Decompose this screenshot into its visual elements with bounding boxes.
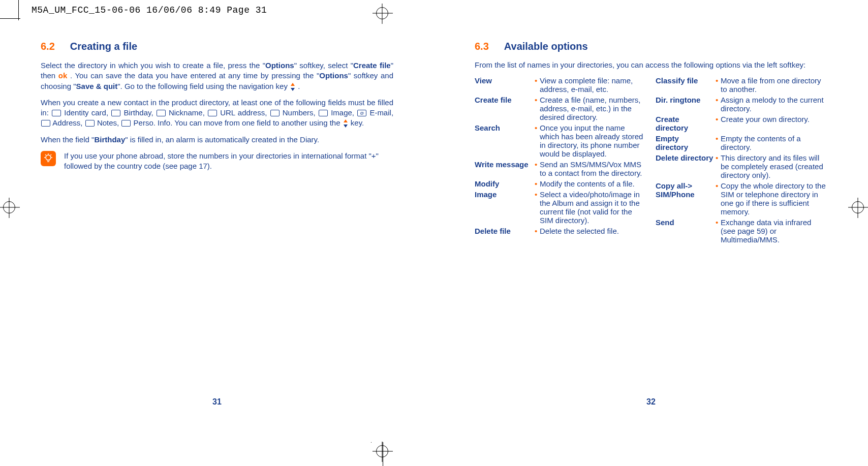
option-term: Image [475,190,535,225]
image-icon [319,110,328,116]
option-desc: This directory and its files will be com… [721,153,827,179]
option-desc: Empty the contents of a directory. [721,134,827,151]
numbers-icon [270,110,280,116]
page-number: 31 [212,397,222,407]
option-term: Write message [475,160,535,177]
option-desc: Select a video/photo/image in the Album … [540,190,646,225]
option-desc: Once you input the name which has been a… [540,123,646,158]
option-term: Send [656,218,716,244]
page-31: 6.2 Creating a file Select the directory… [0,20,434,437]
option-term: Create directory [656,115,716,132]
page-32: 6.3 Available options From the list of n… [434,20,868,437]
option-term: Modify [475,179,535,188]
nickname-icon [157,110,166,116]
birthday-icon [111,110,120,116]
nav-key-icon [343,119,349,128]
option-term: Classify file [656,76,716,94]
print-slug: M5A_UM_FCC_15-06-06 16/06/06 8:49 Page 3… [32,5,267,15]
svg-point-0 [46,155,51,160]
section-number: 6.2 [41,41,55,52]
options-table: View• View a complete file: name, addres… [475,76,827,246]
option-term: Dir. ringtone [656,96,716,113]
section-number: 6.3 [475,41,489,52]
perso-info-icon [121,120,131,127]
options-column-1: View• View a complete file: name, addres… [475,76,646,246]
intro-paragraph: From the list of names in your directori… [475,60,827,69]
address-icon [41,120,50,127]
option-term: View [475,76,535,94]
option-term: Delete file [475,227,535,235]
option-desc: Create a file (name, numbers, address, e… [540,96,646,121]
option-term: Delete directory [656,153,716,179]
option-desc: Delete the selected file. [540,227,646,235]
option-desc: Modify the contents of a file. [540,179,646,188]
option-desc: Move a file from one directory to anothe… [721,76,827,94]
url-icon [208,110,217,116]
option-term: Create file [475,96,535,121]
options-column-2: Classify file• Move a file from one dire… [656,76,827,246]
section-title: Creating a file [70,41,137,52]
paragraph: When the field "Birthday" is filled in, … [41,135,393,145]
option-desc: View a complete file: name, address, e-m… [540,76,646,94]
tip-callout: If you use your phone abroad, store the … [41,151,393,172]
identity-card-icon [52,110,61,116]
email-icon: @ [357,110,366,116]
option-term: Empty directory [656,134,716,151]
tip-icon [41,151,56,166]
page-spread: 6.2 Creating a file Select the directory… [0,20,868,437]
option-term: Copy all-> SIM/Phone [656,181,716,216]
paragraph: When you create a new contact in the pro… [41,98,393,129]
nav-key-icon [290,83,296,91]
option-desc: Exchange data via infrared (see page 59)… [721,218,827,244]
page-number: 32 [646,397,656,407]
option-desc: Create your own directory. [721,115,827,132]
ok-key-icon: ok [58,71,68,80]
tip-text: If you use your phone abroad, store the … [64,151,393,172]
notes-icon [85,120,95,127]
option-desc: Send an SMS/MMS/Vox MMS to a contact fro… [540,160,646,177]
option-desc: Assign a melody to the current directory… [721,96,827,113]
section-title: Available options [504,41,588,52]
paragraph: Select the directory in which you wish t… [41,60,393,91]
option-term: Search [475,123,535,158]
option-desc: Copy the whole directory to the SIM or t… [721,181,827,216]
